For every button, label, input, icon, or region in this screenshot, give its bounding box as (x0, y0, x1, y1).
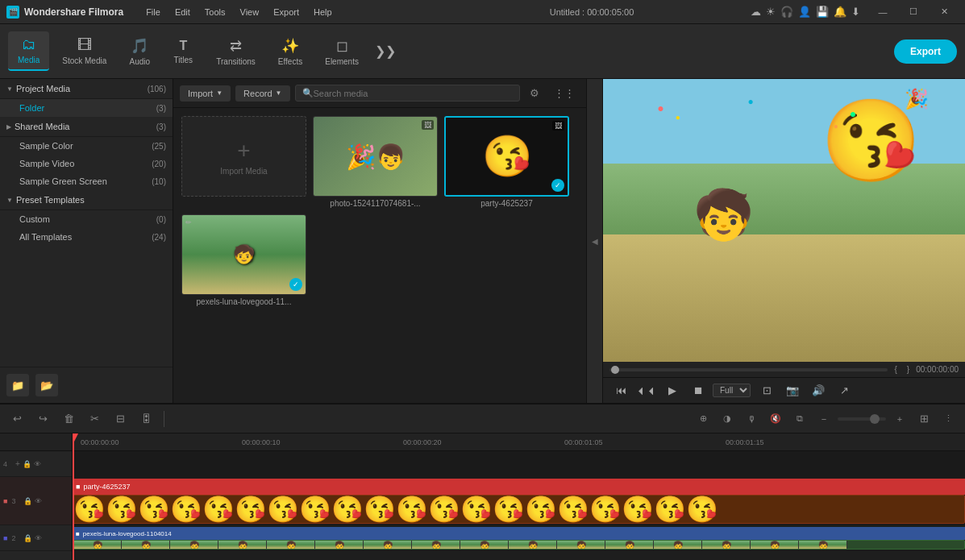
download-icon[interactable]: ⬇ (851, 6, 860, 18)
sidebar-item-sample-color[interactable]: Sample Color (25) (0, 137, 173, 155)
pip-button[interactable]: ⧉ (789, 409, 810, 429)
scrubber-thumb[interactable] (611, 366, 619, 374)
photo-name: photo-1524117074681-... (313, 199, 438, 208)
tool-media[interactable]: 🗂 Media (8, 31, 49, 71)
media-item-pexels[interactable]: ✏ 🧒 ✓ pexels-luna-lovegood-11... (181, 214, 306, 306)
more-button[interactable]: ⋮ (938, 409, 959, 429)
folder-label: Folder (19, 103, 156, 113)
photo-thumb: 🖼 🎉👦 (313, 116, 438, 197)
sidebar-item-all-templates[interactable]: All Templates (24) (0, 228, 173, 246)
sidebar-footer: 📁 📂 (0, 367, 173, 403)
media-item-photo[interactable]: 🖼 🎉👦 photo-1524117074681-... (313, 116, 438, 208)
zoom-track[interactable] (838, 417, 886, 421)
close-button[interactable]: ✕ (930, 1, 959, 23)
media-item-party[interactable]: 🖼 😘 ✓ party-4625237 (444, 116, 569, 208)
track-3-vis[interactable]: 👁 (35, 497, 42, 505)
menu-view[interactable]: View (234, 6, 266, 19)
silent-button[interactable]: 🔇 (765, 409, 786, 429)
sidebar-item-custom[interactable]: Custom (0) (0, 210, 173, 228)
sidebar-item-sample-video[interactable]: Sample Video (20) (0, 155, 173, 172)
new-folder-button[interactable]: 📂 (35, 374, 58, 396)
adjust-button[interactable]: ⊟ (110, 409, 131, 429)
track-2-lock[interactable]: 🔒 (23, 534, 32, 542)
zoom-in-button[interactable]: + (889, 409, 910, 429)
sidebar-item-sample-green-screen[interactable]: Sample Green Screen (10) (0, 172, 173, 190)
step-back-button[interactable]: ⏴⏴ (635, 380, 658, 402)
cut-button[interactable]: ✂ (84, 409, 105, 429)
track-2-vis[interactable]: 👁 (35, 534, 42, 542)
track-4-vis[interactable]: 👁 (34, 460, 41, 468)
cloud-icon[interactable]: ☁ (751, 6, 761, 18)
stop-button[interactable]: ⏹ (687, 380, 709, 402)
user-icon[interactable]: 👤 (798, 6, 811, 18)
emoji-strip: 😘 😘 😘 😘 😘 😘 😘 😘 😘 😘 😘 😘 😘 😘 (73, 496, 718, 523)
tool-audio[interactable]: 🎵 Audio (119, 32, 160, 71)
media-toolbar: Import ▼ Record ▼ 🔍 ⚙ ⋮⋮ (173, 79, 586, 108)
expand-button[interactable]: ↗ (833, 380, 855, 402)
headphone-icon[interactable]: 🎧 (780, 6, 793, 18)
notif-icon[interactable]: 🔔 (834, 6, 846, 18)
fullscreen-button[interactable]: ⊡ (755, 380, 778, 402)
track-3-clip[interactable]: 😘 😘 😘 😘 😘 😘 😘 😘 😘 😘 😘 😘 😘 😘 (73, 495, 965, 524)
add-folder-button[interactable]: 📁 (6, 374, 29, 396)
save-icon[interactable]: 💾 (816, 6, 829, 18)
import-media-placeholder[interactable]: + Import Media (181, 116, 306, 208)
menu-export[interactable]: Export (267, 6, 306, 19)
minimize-button[interactable]: — (868, 1, 897, 23)
main-area: ▼ Project Media (106) Folder (3) ▶ Share… (0, 79, 965, 403)
track-3-lock[interactable]: 🔒 (23, 497, 32, 505)
grid-view-button[interactable]: ⋮⋮ (549, 84, 580, 102)
screenshot-button[interactable]: 📷 (781, 380, 804, 402)
motion-track-button[interactable]: ⊕ (693, 409, 713, 429)
filter-button[interactable]: ⚙ (525, 84, 544, 102)
track-2-clip[interactable]: 🧒 🧒 🧒 🧒 🧒 🧒 🧒 🧒 🧒 🧒 🧒 🧒 🧒 🧒 (73, 540, 965, 550)
menu-file[interactable]: File (139, 6, 167, 19)
redo-button[interactable]: ↪ (32, 409, 53, 429)
sun-icon[interactable]: ☀ (766, 6, 776, 18)
go-to-start-button[interactable]: ⏮ (609, 380, 632, 402)
scrubber-track[interactable] (609, 368, 888, 371)
search-input[interactable] (314, 89, 514, 98)
custom-label: Custom (19, 214, 156, 224)
tool-elements[interactable]: ◻ Elements (315, 32, 368, 71)
video-frame-12: 🧒 (605, 541, 654, 549)
record-button[interactable]: Record ▼ (235, 85, 289, 102)
tool-transitions[interactable]: ⇄ Transitions (206, 32, 265, 71)
quality-select[interactable]: Full (713, 384, 751, 397)
preset-templates-header[interactable]: ▼ Preset Templates (0, 190, 173, 210)
zoom-thumb[interactable] (870, 414, 880, 424)
delete-button[interactable]: 🗑 (58, 409, 79, 429)
menu-tools[interactable]: Tools (198, 6, 232, 19)
import-button[interactable]: Import ▼ (180, 85, 231, 102)
track-4-lock[interactable]: 🔒 (23, 460, 31, 468)
voiceover-button[interactable]: 🎙 (741, 409, 762, 429)
sample-color-count: (25) (152, 142, 166, 151)
record-dropdown-arrow: ▼ (276, 89, 282, 97)
zoom-out-button[interactable]: − (813, 409, 834, 429)
more-tools-button[interactable]: ❯❯ (372, 40, 399, 62)
menu-edit[interactable]: Edit (168, 6, 197, 19)
tool-titles[interactable]: T Titles (163, 34, 203, 69)
shared-media-header[interactable]: ▶ Shared Media (3) (0, 117, 173, 137)
export-button[interactable]: Export (894, 39, 957, 64)
mask-button[interactable]: ◑ (717, 409, 738, 429)
video-frame-5: 🧒 (267, 541, 315, 549)
undo-button[interactable]: ↩ (6, 409, 27, 429)
volume-button[interactable]: 🔊 (807, 380, 830, 402)
add-track-button[interactable]: ⊞ (913, 409, 934, 429)
timeline-content: 00:00:00:00 00:00:00:10 00:00:00:20 00:0… (73, 433, 965, 560)
preset-templates-arrow: ▼ (6, 197, 13, 204)
add-track-icon[interactable]: + (15, 459, 20, 468)
preview-video: 🧒 😘 🎉 ● ● ● ● ● (603, 79, 965, 362)
collapse-panel-button[interactable]: ◀ (586, 79, 602, 403)
menu-help[interactable]: Help (307, 6, 339, 19)
video-frame-4: 🧒 (218, 541, 267, 549)
maximize-button[interactable]: ☐ (899, 1, 928, 23)
shared-media-arrow: ▶ (6, 123, 11, 131)
project-media-header[interactable]: ▼ Project Media (106) (0, 79, 173, 99)
audio-adjust-button[interactable]: 🎛 (135, 409, 156, 429)
tool-effects[interactable]: ✨ Effects (268, 32, 312, 71)
tool-stock-media[interactable]: 🎞 Stock Media (52, 32, 116, 70)
sidebar-item-folder[interactable]: Folder (3) (0, 99, 173, 117)
play-button[interactable]: ▶ (661, 380, 684, 402)
